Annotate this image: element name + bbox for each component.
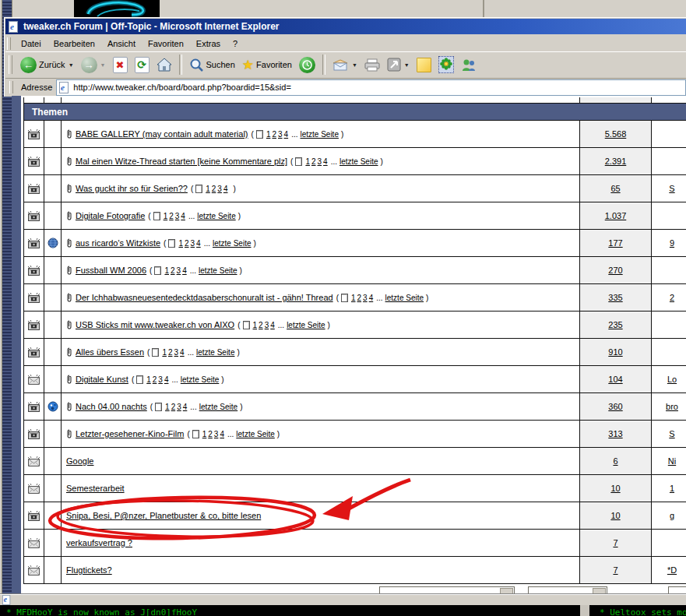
topic-link[interactable]: verkaufsvertrag ? <box>66 538 132 547</box>
last-page-link[interactable]: letzte Seite <box>236 430 274 438</box>
page-link[interactable]: 4 <box>164 375 169 384</box>
page-link[interactable]: 1 <box>178 239 183 248</box>
last-post-fragment[interactable]: bro <box>666 402 678 411</box>
page-link[interactable]: 2 <box>311 157 316 166</box>
page-link[interactable]: 2 <box>357 294 362 302</box>
last-post-fragment[interactable]: Lo <box>667 375 677 384</box>
menubar-grip[interactable] <box>7 37 11 50</box>
page-link[interactable]: 2 <box>171 403 176 411</box>
topic-link[interactable]: aus ricardo's Witzkiste <box>76 238 160 248</box>
forward-button[interactable]: → ▼ <box>78 55 109 76</box>
page-link[interactable]: 3 <box>191 239 195 248</box>
toolbar-grip[interactable] <box>9 55 12 74</box>
history-button[interactable] <box>296 55 318 76</box>
home-button[interactable] <box>153 55 175 74</box>
address-input[interactable]: e http://www.tweaker.ch/board/board.php?… <box>56 79 686 96</box>
icq-button[interactable] <box>435 54 457 76</box>
stop-button[interactable]: ✖ <box>110 55 131 76</box>
page-link[interactable]: 4 <box>369 294 374 302</box>
last-post-fragment[interactable]: S <box>669 184 674 193</box>
menu-ansicht[interactable]: Ansicht <box>101 37 142 51</box>
topic-link[interactable]: BABE GALLERY (may contain adult material… <box>76 129 248 139</box>
page-link[interactable]: 4 <box>180 348 185 357</box>
search-button[interactable]: Suchen <box>186 55 238 75</box>
last-page-link[interactable]: letzte Seite <box>197 212 235 220</box>
topic-link[interactable]: Flugtickets? <box>66 565 112 575</box>
topic-link[interactable]: Digitale Fotografie <box>76 211 145 220</box>
last-page-link[interactable]: letzte Seite <box>287 321 325 329</box>
last-page-link[interactable]: letzte Seite <box>300 130 338 139</box>
page-link[interactable]: 4 <box>183 403 188 411</box>
page-link[interactable]: 2 <box>259 321 263 329</box>
menu-help[interactable]: ? <box>227 37 244 51</box>
topic-link[interactable]: Semesterarbeit <box>66 484 125 493</box>
menu-extras[interactable]: Extras <box>190 37 227 51</box>
reply-count-link[interactable]: 104 <box>608 375 622 384</box>
page-link[interactable]: 1 <box>305 157 310 166</box>
reply-count-link[interactable]: 10 <box>610 484 620 493</box>
reply-count-link[interactable]: 1.037 <box>605 211 627 220</box>
topic-link[interactable]: Alles übers Essen <box>76 347 144 357</box>
topic-link[interactable]: USB Sticks mit www.tweaker.ch von AIXO <box>76 320 234 329</box>
page-link[interactable]: 3 <box>174 348 179 357</box>
page-link[interactable]: 1 <box>206 185 210 193</box>
page-link[interactable]: 3 <box>175 212 180 220</box>
last-post-fragment[interactable]: 1 <box>670 484 674 493</box>
topic-link[interactable]: Mal einen Witze-Thread starten [keine Ko… <box>76 157 287 166</box>
last-post-fragment[interactable]: S <box>669 429 674 438</box>
page-link[interactable]: 4 <box>223 185 228 193</box>
last-post-fragment[interactable]: g <box>670 511 674 520</box>
menu-favoriten[interactable]: Favoriten <box>142 37 190 51</box>
page-link[interactable]: 4 <box>181 212 185 220</box>
page-link[interactable]: 4 <box>196 239 201 248</box>
topic-link[interactable]: Nach 04.00 nachts <box>76 402 147 411</box>
print-button[interactable] <box>361 56 383 74</box>
page-link[interactable]: 1 <box>162 348 167 357</box>
reply-count-link[interactable]: 6 <box>613 456 617 466</box>
last-page-link[interactable]: letzte Seite <box>181 375 219 384</box>
reply-count-link[interactable]: 335 <box>608 293 622 302</box>
page-link[interactable]: 2 <box>185 239 189 248</box>
topic-link[interactable]: Letzter-gesehener-Kino-Film <box>76 429 184 438</box>
reply-count-link[interactable]: 7 <box>613 538 617 547</box>
page-link[interactable]: 1 <box>202 430 207 438</box>
reply-count-link[interactable]: 65 <box>610 184 620 193</box>
reply-count-link[interactable]: 235 <box>608 320 622 329</box>
page-link[interactable]: 1 <box>266 130 271 139</box>
page-link[interactable]: 3 <box>158 375 163 384</box>
page-link[interactable]: 3 <box>177 266 181 275</box>
reply-count-link[interactable]: 313 <box>608 429 622 438</box>
page-link[interactable]: 1 <box>164 212 168 220</box>
page-link[interactable]: 4 <box>182 266 187 275</box>
page-link[interactable]: 2 <box>171 266 175 275</box>
last-post-fragment[interactable]: Ni <box>668 456 676 466</box>
page-link[interactable]: 3 <box>363 294 368 302</box>
page-link[interactable]: 3 <box>217 185 222 193</box>
page-link[interactable]: 2 <box>208 430 213 438</box>
last-page-link[interactable]: letzte Seite <box>385 294 424 302</box>
irc-pane-divider[interactable] <box>580 605 589 616</box>
note-button[interactable] <box>413 55 434 75</box>
page-link[interactable]: 4 <box>323 157 328 166</box>
reply-count-link[interactable]: 5.568 <box>605 129 627 139</box>
edit-dropdown-icon[interactable]: ▼ <box>404 62 410 68</box>
last-page-link[interactable]: letzte Seite <box>199 266 237 275</box>
last-post-fragment[interactable]: 2 <box>670 293 674 302</box>
page-link[interactable]: 4 <box>270 321 275 329</box>
messenger-button[interactable] <box>458 56 480 74</box>
page-link[interactable]: 1 <box>146 375 151 384</box>
mail-button[interactable]: ▼ <box>329 57 361 73</box>
menu-datei[interactable]: Datei <box>15 37 47 51</box>
page-link[interactable]: 3 <box>318 157 322 166</box>
page-link[interactable]: 3 <box>278 130 283 139</box>
topic-link[interactable]: Der Ichhabwasneuesentedecktdasaberschonu… <box>76 293 333 302</box>
topic-link[interactable]: Google <box>66 456 93 466</box>
title-bar[interactable]: e tweaker.ch Forum | Off-Topic - Microso… <box>5 19 686 34</box>
back-dropdown-icon[interactable]: ▼ <box>69 62 74 68</box>
topic-link[interactable]: Digitale Kunst <box>76 375 128 384</box>
page-link[interactable]: 2 <box>169 212 174 220</box>
last-post-fragment[interactable]: 9 <box>670 238 674 248</box>
last-page-link[interactable]: letzte Seite <box>196 348 234 357</box>
page-link[interactable]: 1 <box>164 266 169 275</box>
page-link[interactable]: 3 <box>265 321 269 329</box>
